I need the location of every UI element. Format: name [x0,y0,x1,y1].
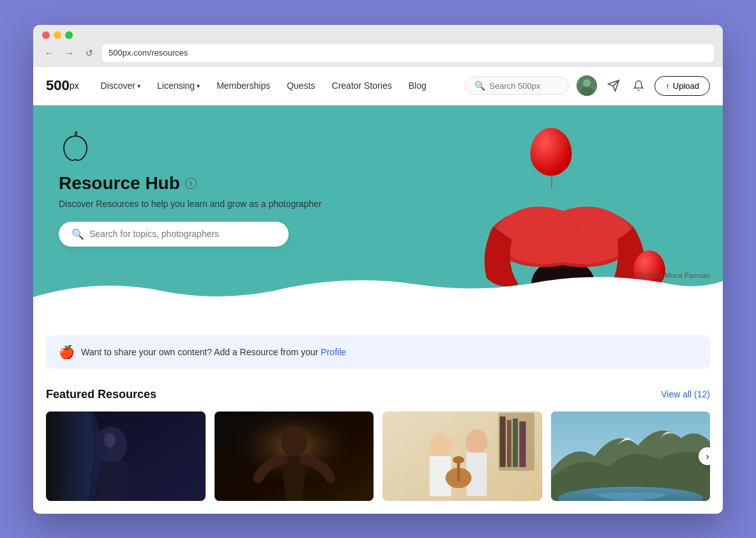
nav-licensing-label: Licensing [157,81,195,91]
browser-chrome: ← → ↺ [33,25,723,67]
refresh-button[interactable]: ↺ [83,47,96,59]
svg-point-5 [529,231,533,235]
svg-point-17 [281,426,307,457]
nav-licensing[interactable]: Licensing ▾ [151,77,206,95]
section-title: Featured Resources [46,388,156,401]
svg-point-14 [104,433,116,447]
site-logo[interactable]: 500px [46,77,79,94]
nav-quests[interactable]: Quests [280,77,321,95]
hero-section: Resource Hub i Discover Resources to hel… [33,105,723,323]
upload-button[interactable]: ↑ Upload [654,76,710,96]
nav-discover-label: Discover [101,81,135,91]
nav-memberships[interactable]: Memberships [210,77,276,95]
hero-wave [33,272,723,323]
browser-dots [42,31,714,39]
close-dot[interactable] [42,31,50,39]
resources-grid: › [46,411,710,501]
back-button[interactable]: ← [42,47,56,59]
banner-apple-icon: 🍎 [59,344,75,360]
hero-search-input[interactable] [89,229,276,239]
nav-search-bar[interactable]: 🔍 [465,77,569,95]
svg-rect-23 [513,419,518,467]
messages-button[interactable] [605,77,623,95]
nav-creator-stories[interactable]: Creator Stories [326,77,398,95]
nav-links: Discover ▾ Licensing ▾ Memberships Quest… [94,77,465,95]
browser-window: ← → ↺ 500px Discover ▾ Licensing ▾ Membe… [33,25,723,514]
svg-point-1 [583,79,591,87]
logo-px: px [70,81,79,91]
svg-point-7 [580,228,584,232]
svg-rect-21 [500,416,506,466]
svg-point-31 [453,456,464,463]
forward-button[interactable]: → [63,47,77,59]
svg-point-25 [429,432,452,458]
svg-rect-11 [46,411,206,501]
svg-rect-22 [507,420,511,467]
red-balloon-top [531,128,572,176]
info-icon[interactable]: i [185,178,197,189]
minimize-dot[interactable] [54,31,61,39]
svg-rect-13 [95,462,127,501]
hero-title: Resource Hub i [59,173,340,194]
nav-discover[interactable]: Discover ▾ [94,77,147,95]
svg-point-8 [607,235,609,238]
site-nav: 500px Discover ▾ Licensing ▾ Memberships… [33,67,723,105]
chevron-down-icon: ▾ [137,82,140,89]
nav-creator-stories-label: Creator Stories [332,81,392,91]
notifications-button[interactable] [630,77,647,95]
svg-point-12 [95,426,127,464]
resource-card[interactable] [215,411,374,501]
svg-rect-24 [519,421,525,466]
search-icon: 🔍 [72,228,84,240]
search-icon: 🔍 [474,81,485,91]
resource-card[interactable] [382,411,542,501]
nav-search-input[interactable] [489,81,559,91]
section-header: Featured Resources View all (12) [46,388,710,401]
resource-card[interactable]: › [551,411,711,501]
nav-quests-label: Quests [287,81,315,91]
profile-link[interactable]: Profile [321,347,346,357]
logo-text: 500 [46,77,70,94]
browser-toolbar: ← → ↺ [42,44,714,67]
maximize-dot[interactable] [65,31,73,39]
resource-card[interactable] [46,411,206,501]
avatar[interactable] [577,75,597,96]
svg-point-10 [574,238,578,242]
address-bar[interactable] [102,44,714,62]
svg-point-9 [543,242,545,244]
hero-search-bar[interactable]: 🔍 [59,222,289,247]
nav-memberships-label: Memberships [216,81,270,91]
nav-blog[interactable]: Blog [402,77,433,95]
resource-banner: 🍎 Want to share your own content? Add a … [46,335,710,369]
upload-arrow-icon: ↑ [665,81,670,91]
apple-icon [59,131,92,164]
view-all-link[interactable]: View all (12) [661,389,710,399]
nav-blog-label: Blog [409,81,427,91]
svg-point-27 [465,429,487,454]
upload-label: Upload [673,81,699,91]
hero-content: Resource Hub i Discover Resources to hel… [33,105,365,298]
hero-subtitle: Discover Resources to help you learn and… [59,199,340,209]
nav-right: 🔍 ↑ Uploa [465,75,710,96]
content-area: 🍎 Want to share your own content? Add a … [33,335,723,514]
featured-section: Featured Resources View all (12) [46,381,710,514]
photo-credit: Photo by Mona Pamsari [635,272,710,279]
chevron-down-icon: ▾ [197,82,200,89]
banner-text: Want to share your own content? Add a Re… [81,347,346,357]
svg-point-6 [556,222,558,225]
